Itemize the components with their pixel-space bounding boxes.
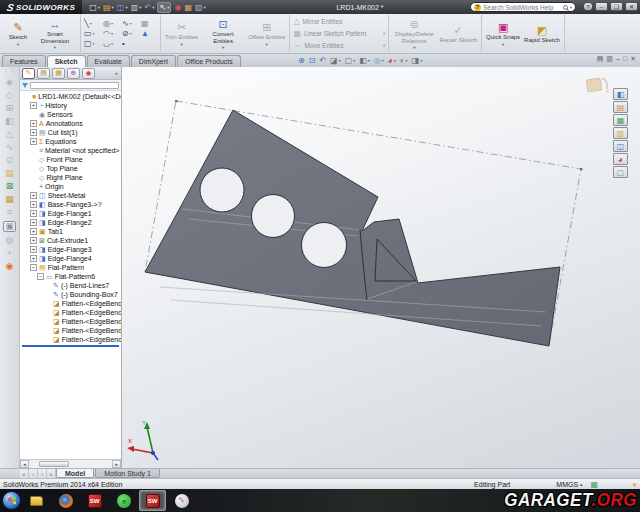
tree-filter-input[interactable] [30,82,119,89]
tree-item[interactable]: ≡Material <not specified> [20,146,121,155]
tree-expander-icon[interactable]: + [30,255,37,262]
scroll-left-icon[interactable]: ◂ [20,460,29,468]
open-icon[interactable]: ▤▾ [103,3,114,12]
toolbar-drag-handle[interactable]: ⋮⋮ [3,69,17,74]
tool-icon-9[interactable]: ⊠ [6,182,14,191]
dropdown-caret-icon[interactable]: ▾ [112,5,114,10]
tree-item[interactable]: ◉Sensors [20,110,121,119]
dropdown-caret-icon[interactable]: ▾ [406,58,408,63]
tree-expander-icon[interactable]: + [30,219,37,226]
tree-expander-icon[interactable]: + [30,192,37,199]
tree-item[interactable]: +◨Edge-Flange3 [20,245,121,254]
tool-icon-6[interactable]: ∿ [6,143,14,152]
tree-item[interactable]: +◨Edge-Flange2 [20,218,121,227]
tree-expander-icon[interactable]: + [30,201,37,208]
search-results-tab[interactable]: ▥ [613,127,628,139]
dropdown-caret-icon[interactable]: ▾ [93,41,95,46]
tags-icon[interactable]: ▦ [591,480,599,489]
tab-model[interactable]: Model [56,469,94,478]
view-orientation-button[interactable]: ▢▾ [345,56,356,65]
dropdown-caret-icon[interactable]: ▾ [90,21,92,26]
tree-item[interactable]: ◪Flatten-<EdgeBend3> [20,317,121,326]
tree-expander-icon[interactable]: − [37,273,44,280]
tree-item[interactable]: ◪Flatten-<EdgeBend1> [20,299,121,308]
tool-icon-3[interactable]: ⊞ [6,104,14,113]
flat-pattern-face[interactable] [145,110,560,346]
tree-item[interactable]: +Origin [20,182,121,191]
tree-item[interactable]: ◪Flatten-<EdgeBend2> [20,308,121,317]
dropdown-caret-icon[interactable]: ▾ [111,21,113,26]
tool-icon-13[interactable]: ◍ [6,236,14,245]
tree-item[interactable]: +◔History [20,101,121,110]
slot-tool-button[interactable]: ▢▾ [84,40,100,48]
tree-item[interactable]: +▤Cut list(1) [20,128,121,137]
tree-expander-icon[interactable]: + [30,129,37,136]
tree-item[interactable]: −▤Flat-Pattern [20,263,121,272]
view-palette-tab[interactable]: ◫ [613,140,628,152]
solidworks-resources-tab[interactable]: ◧ [613,88,628,100]
tree-item[interactable]: +◧Base-Flange3->? [20,200,121,209]
fillet-tool-button[interactable]: ◡▾ [103,40,119,48]
tree-expander-icon[interactable]: + [30,237,37,244]
print-icon[interactable]: ▥▾ [131,3,142,12]
view-settings-button[interactable]: ◨▾ [412,56,423,65]
units-dropdown[interactable]: MMGS ▴ [556,481,582,488]
close-button[interactable]: ✕ [625,2,638,11]
tree-item[interactable]: +◫Sheet-Metal [20,191,121,200]
graphics-area[interactable] [122,67,640,468]
hide-show-items-button[interactable]: ◎▾ [374,56,384,65]
tool-icon-12[interactable]: ▣ [3,221,16,232]
help-search-box[interactable]: ? Search SolidWorks Help ▾ [470,2,576,12]
dropdown-caret-icon[interactable]: ▾ [152,5,154,10]
new-document-icon[interactable]: ▢▾ [89,3,100,12]
appearance-icon[interactable]: ▧▾ [195,3,206,12]
restore-button[interactable]: ❏ [610,2,623,11]
dropdown-caret-icon[interactable]: ▾ [420,58,422,63]
tool-icon-5[interactable]: △ [6,130,13,139]
dropdown-caret-icon[interactable]: ▾ [394,58,396,63]
tab-scroll-button-4[interactable]: » [47,469,56,478]
previous-view-button[interactable]: ↶ [319,56,326,65]
fm-pane-toggle-icon[interactable]: ▥ [606,55,613,63]
dropdown-caret-icon[interactable]: ▾ [368,58,370,63]
smart-dimension-button[interactable]: ↔Smart Dimension▾ [33,17,77,50]
design-library-tab[interactable]: ▤ [613,101,628,113]
dropdown-caret-icon[interactable]: ▾ [339,58,341,63]
tool-icon-7[interactable]: ⊙ [6,156,14,165]
help-button[interactable]: ? [583,2,593,11]
dropdown-caret-icon[interactable]: ▾ [54,45,56,50]
tree-item[interactable]: ◪Flatten-<EdgeBend5> [20,335,121,344]
tree-expander-icon[interactable]: + [30,210,37,217]
tree-item[interactable]: ◇Right Plane [20,173,121,182]
tree-item[interactable]: +◨Edge-Flange1 [20,209,121,218]
doc-minimize-icon[interactable]: – [616,55,620,63]
save-icon[interactable]: ◫▾ [117,3,128,12]
scrollbar-track[interactable] [29,461,112,467]
polygon-tool-button[interactable]: ▲ [141,30,157,38]
paint-taskbar-icon[interactable]: ✎ [168,490,195,511]
section-view-button[interactable]: ◪▾ [330,56,341,65]
dropdown-caret-icon[interactable]: ▾ [222,45,224,50]
dropdown-caret-icon[interactable]: ▾ [382,58,384,63]
quick-tips-icon[interactable]: ● [632,480,637,489]
tool-icon-10[interactable]: ▦ [5,195,14,204]
convert-entities-button[interactable]: ⊡Convert Entities▾ [201,17,245,50]
tab-office-products[interactable]: Office Products [177,55,241,67]
dropdown-caret-icon[interactable]: ▾ [93,31,95,36]
dropdown-caret-icon[interactable]: ▾ [130,31,132,36]
tree-expander-icon[interactable]: + [30,246,37,253]
tree-item[interactable]: ◇Top Plane [20,164,121,173]
undo-icon[interactable]: ↶▾ [145,3,155,12]
select-cursor-icon[interactable]: ↖▾ [157,2,171,13]
edit-appearance-button[interactable]: ◕▾ [388,56,396,65]
rectangle-tool-button[interactable]: ▭▾ [84,30,100,38]
custom-properties-tab[interactable]: ▢ [613,166,628,178]
tree-expander-icon[interactable]: + [30,120,37,127]
search-input[interactable]: Search SolidWorks Help [483,4,561,11]
panel-horizontal-scrollbar[interactable]: ◂ ▸ [20,459,121,468]
tree-item[interactable]: ◇Front Plane [20,155,121,164]
arc-tool-button[interactable]: ◠▾ [103,30,119,38]
zoom-to-area-button[interactable]: ⊡ [309,56,316,65]
rapid-sketch-button[interactable]: ◩Rapid Sketch [523,23,561,44]
dropdown-caret-icon[interactable]: ▾ [98,5,100,10]
